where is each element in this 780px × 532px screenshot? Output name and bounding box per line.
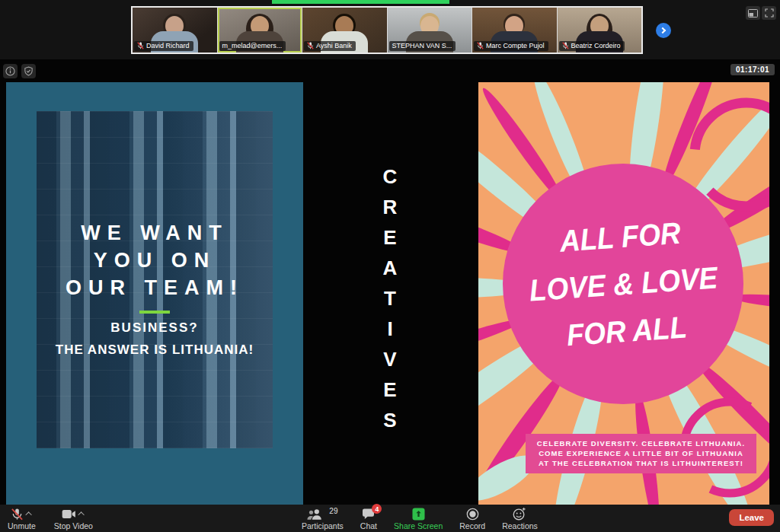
muted-mic-icon [562, 42, 569, 49]
muted-mic-icon [307, 42, 314, 49]
chevron-right-icon [660, 27, 666, 33]
toolbar-center-group: 29 Participants 4 Chat [302, 505, 538, 530]
filmstrip-bar: David Richard m_melad@emers... Ayshi Ban… [0, 0, 780, 59]
vertical-letter: R [372, 192, 408, 222]
reactions-label: Reactions [502, 521, 538, 530]
participant-name-tag: STEPHAN VAN S... [389, 41, 456, 51]
shield-check-icon [24, 66, 34, 76]
chat-unread-badge: 4 [372, 504, 382, 514]
unmute-label: Unmute [8, 521, 36, 530]
right-poster-footer: CELEBRATE DIVERSITY. CELEBRATE LITHUANIA… [526, 434, 756, 473]
vertical-creatives-label: C R E A T I V E S [372, 161, 408, 435]
video-tile-marc-compte-pujol[interactable]: Marc Compte Pujol [472, 8, 558, 53]
fullscreen-icon [765, 8, 774, 18]
participant-filmstrip: David Richard m_melad@emers... Ayshi Ban… [131, 6, 643, 54]
meeting-info-button[interactable] [3, 64, 18, 78]
share-screen-button[interactable]: Share Screen [394, 505, 443, 530]
muted-mic-icon [11, 508, 24, 521]
participant-name: m_melad@emers... [222, 42, 283, 49]
participant-name: David Richard [146, 42, 190, 49]
participants-label: Participants [302, 521, 344, 530]
video-tile-ayshi-banik[interactable]: Ayshi Banik [302, 8, 388, 53]
title-line: YOU ON [6, 247, 303, 274]
left-poster-text: WE WANT YOU ON OUR TEAM! BUSINESS? THE A… [6, 219, 303, 358]
filmstrip-next-page-button[interactable] [656, 23, 671, 38]
video-tile-m-melad-active-speaker[interactable]: m_melad@emers... [218, 8, 303, 53]
video-tile-beatriz-cordeiro[interactable]: Beatriz Cordeiro [558, 8, 642, 53]
vertical-letter: S [372, 405, 408, 435]
fullscreen-button[interactable] [762, 6, 776, 20]
green-divider [139, 311, 170, 314]
muted-mic-icon [137, 42, 144, 49]
title-line: WE WANT [6, 219, 303, 247]
poster-all-for-love: ALL FOR LOVE & LOVE FOR ALL CELEBRATE DI… [478, 82, 769, 505]
footer-line: CELEBRATE DIVERSITY. CELEBRATE LITHUANIA… [530, 438, 752, 448]
record-icon [466, 508, 479, 521]
participants-icon [307, 508, 324, 520]
leave-button[interactable]: Leave [729, 509, 774, 526]
chat-button[interactable]: 4 Chat [360, 505, 377, 530]
video-options-chevron[interactable] [78, 511, 85, 518]
participant-name: Ayshi Banik [316, 42, 352, 49]
vertical-letter: E [372, 374, 408, 405]
left-poster-title: WE WANT YOU ON OUR TEAM! [6, 219, 303, 301]
unmute-button[interactable]: Unmute [8, 505, 36, 530]
vertical-letter: C [372, 161, 408, 192]
share-screen-label: Share Screen [394, 521, 443, 530]
footer-line: AT THE CELEBRATION THAT IS LITHUINTEREST… [530, 458, 752, 468]
participant-name: Beatriz Cordeiro [571, 42, 621, 49]
poster-business-lithuania: WE WANT YOU ON OUR TEAM! BUSINESS? THE A… [6, 82, 303, 505]
video-tile-david-richard[interactable]: David Richard [133, 8, 218, 53]
pink-circle: ALL FOR LOVE & LOVE FOR ALL [503, 164, 743, 404]
record-label: Record [459, 521, 485, 530]
left-poster-subtitle: BUSINESS? [6, 320, 303, 336]
zoom-meeting-window: David Richard m_melad@emers... Ayshi Ban… [0, 0, 780, 532]
vertical-letter: A [372, 253, 408, 283]
participant-name-tag: Ayshi Banik [304, 41, 356, 51]
muted-mic-icon [477, 42, 484, 49]
meeting-toolbar: Unmute Stop Video [0, 505, 780, 532]
camera-icon [62, 509, 76, 519]
participant-name-tag: David Richard [134, 41, 193, 51]
participant-name-tag: Marc Compte Pujol [474, 41, 548, 51]
stop-video-label: Stop Video [54, 521, 93, 530]
security-badge-button[interactable] [21, 64, 36, 78]
view-layout-button[interactable] [746, 6, 760, 20]
stop-video-button[interactable]: Stop Video [54, 505, 93, 530]
participant-name: Marc Compte Pujol [486, 42, 545, 49]
reactions-smiley-icon [513, 508, 526, 521]
video-tile-stephan-van-s[interactable]: STEPHAN VAN S... [388, 8, 473, 53]
participant-name-tag: m_melad@emers... [219, 41, 286, 51]
vertical-letter: E [372, 222, 408, 253]
participant-name-tag: Beatriz Cordeiro [559, 41, 625, 51]
vertical-letter: T [372, 283, 408, 314]
speaker-view-icon [748, 9, 758, 18]
shared-screen-area: 01:17:01 WE WANT YOU ON OUR TEAM! BUSINE… [0, 59, 780, 505]
toolbar-left-group: Unmute Stop Video [8, 505, 93, 530]
footer-line: COME EXPERIENCE A LITTLE BIT OF LITHUANI… [530, 448, 752, 458]
vertical-letter: I [372, 314, 408, 344]
title-line: OUR TEAM! [6, 274, 303, 301]
reactions-button[interactable]: Reactions [502, 505, 538, 530]
share-screen-icon [412, 508, 425, 521]
record-button[interactable]: Record [459, 505, 485, 530]
mic-options-chevron[interactable] [26, 511, 32, 518]
participants-button[interactable]: 29 Participants [302, 505, 344, 530]
vertical-letter: V [372, 344, 408, 374]
chat-label: Chat [360, 521, 377, 530]
meeting-timer: 01:17:01 [730, 64, 775, 75]
left-poster-subtitle2: THE ANSWER IS LITHUANIA! [6, 342, 303, 358]
info-icon [5, 66, 15, 76]
participant-name: STEPHAN VAN S... [392, 42, 452, 49]
screen-share-indicator-bar [272, 0, 449, 4]
right-poster-headline: ALL FOR LOVE & LOVE FOR ALL [524, 207, 722, 362]
participants-count: 29 [329, 507, 337, 515]
